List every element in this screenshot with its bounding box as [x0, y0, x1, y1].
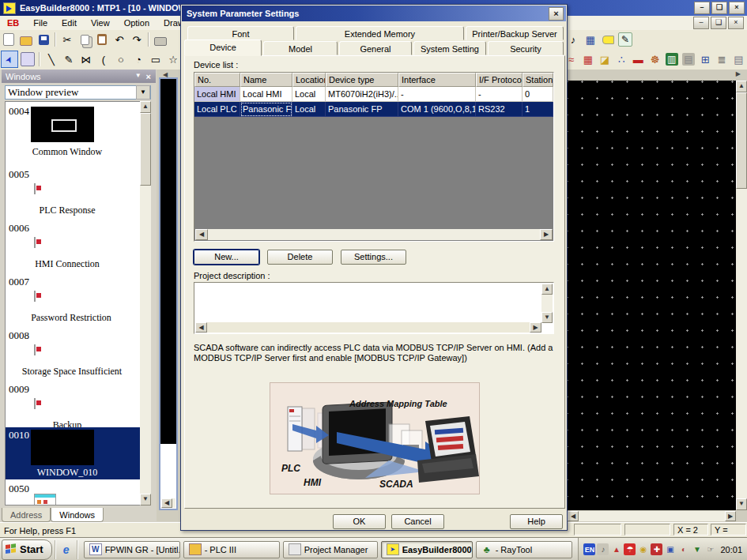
panel-dropdown-icon[interactable]: ▼: [135, 72, 141, 81]
task-project-manager[interactable]: Project Manager: [283, 541, 378, 558]
column-header[interactable]: Station n: [523, 73, 553, 87]
pie-tool-button[interactable]: ◔: [130, 51, 146, 67]
undo-button[interactable]: ↶: [111, 32, 127, 47]
list-item[interactable]: 0005 PLC Response: [6, 168, 140, 219]
cut-button[interactable]: ✂: [59, 32, 75, 47]
dialog-close-icon[interactable]: ×: [549, 7, 564, 21]
scroll-left-icon[interactable]: ◀: [568, 511, 579, 521]
save-button[interactable]: [36, 32, 51, 47]
disabled-object-button[interactable]: ▤: [681, 51, 696, 67]
clock[interactable]: 20:01: [720, 545, 742, 554]
scroll-up-icon[interactable]: ▲: [140, 101, 151, 113]
task-plc-iii[interactable]: - PLC III: [183, 541, 280, 558]
arc-tool-button[interactable]: (: [96, 51, 111, 67]
antivirus-umbrella-icon[interactable]: ☂: [624, 543, 636, 555]
doc-minimize-button[interactable]: –: [693, 17, 709, 29]
meter-display-button[interactable]: ☸: [647, 51, 662, 67]
sound-object-button[interactable]: ♪: [565, 32, 581, 47]
picture-object-button[interactable]: ◪: [597, 51, 612, 67]
data-sampling-button[interactable]: ▥: [664, 51, 679, 67]
list-item[interactable]: 0006 HMI Connection: [6, 222, 140, 272]
security-shield-icon[interactable]: ✚: [651, 543, 662, 555]
print-button[interactable]: [153, 32, 168, 47]
column-header[interactable]: Device type: [326, 73, 398, 87]
select-tool-button[interactable]: ➤: [1, 51, 18, 68]
scroll-thumb[interactable]: [140, 113, 151, 186]
list-item[interactable]: 0050: [6, 483, 140, 506]
column-header[interactable]: Interface: [398, 73, 476, 87]
editor-hscrollbar[interactable]: ◀ ▶: [568, 511, 736, 521]
tab-model[interactable]: Model: [263, 41, 338, 55]
doc-close-button[interactable]: ×: [728, 17, 744, 29]
scroll-right-icon[interactable]: ▶: [725, 511, 736, 521]
bar-graph-button[interactable]: ▬: [631, 51, 646, 67]
table-hscrollbar[interactable]: ◀ ▶: [195, 229, 553, 240]
display-tray-icon[interactable]: ▣: [664, 543, 676, 555]
tab-device[interactable]: Device: [184, 39, 262, 56]
tab-address[interactable]: Address: [2, 508, 51, 522]
menu-view[interactable]: View: [84, 17, 117, 29]
task-raytool[interactable]: ♣ - RayTool: [476, 541, 572, 558]
redo-button[interactable]: ↷: [129, 32, 145, 47]
tab-extended-memory[interactable]: Extended Memory: [296, 26, 464, 40]
doc-restore-button[interactable]: ❑: [711, 17, 726, 29]
open-file-button[interactable]: [18, 32, 34, 47]
scroll-up-icon[interactable]: ▲: [541, 284, 553, 295]
scroll-down-icon[interactable]: ▼: [541, 312, 553, 323]
freehand-tool-button[interactable]: ✎: [61, 51, 77, 67]
schedule-object-button[interactable]: ▦: [583, 32, 598, 47]
xy-plot-button[interactable]: ∴: [614, 51, 629, 67]
update-tray-icon[interactable]: ◐: [677, 543, 689, 555]
menu-option[interactable]: Option: [117, 17, 157, 29]
list-item-selected[interactable]: 0010 WINDOW_010: [6, 427, 140, 479]
panel-close-icon[interactable]: ×: [146, 72, 151, 81]
menu-file[interactable]: File: [26, 17, 55, 29]
column-header[interactable]: I/F Protocol: [476, 73, 523, 87]
maximize-button[interactable]: ❑: [711, 2, 727, 14]
tab-general[interactable]: General: [339, 41, 412, 55]
line-tool-button[interactable]: ╲: [43, 51, 59, 67]
scroll-right-icon[interactable]: ▶: [530, 322, 541, 333]
network-tray-icon[interactable]: ◉: [637, 543, 649, 555]
window-tool-button[interactable]: [20, 51, 36, 67]
list-item[interactable]: 0007 Password Restriction: [6, 276, 140, 326]
scroll-down-icon[interactable]: ▼: [140, 494, 151, 506]
polyline-tool-button[interactable]: ⋈: [78, 51, 94, 67]
scroll-thumb[interactable]: [736, 92, 747, 189]
column-header[interactable]: Location: [292, 73, 326, 87]
volume-muted-icon[interactable]: ♪: [597, 543, 609, 555]
column-header[interactable]: No.: [194, 73, 240, 87]
help-button[interactable]: Help: [510, 514, 563, 529]
column-header[interactable]: Name: [240, 73, 292, 87]
scroll-left-icon[interactable]: ◀: [161, 498, 172, 508]
list-item[interactable]: 0004 Common Window: [6, 105, 140, 163]
paste-button[interactable]: [94, 32, 110, 47]
quicklaunch-ie-button[interactable]: e: [59, 543, 74, 557]
data-transfer-button[interactable]: ≣: [715, 51, 730, 67]
polygon-tool-button[interactable]: ☆: [165, 51, 181, 67]
touchpad-tray-icon[interactable]: ☞: [704, 543, 716, 555]
scroll-right-icon[interactable]: ▶: [540, 229, 553, 240]
tab-printer-backup-server[interactable]: Printer/Backup Server: [466, 26, 564, 40]
graphics-tray-icon[interactable]: ▲: [610, 543, 622, 555]
history-table-button[interactable]: ▦: [580, 51, 595, 67]
ok-button[interactable]: OK: [333, 514, 386, 529]
delete-device-button[interactable]: Delete: [267, 250, 333, 265]
sync-tray-icon[interactable]: ▼: [691, 543, 703, 555]
editor-canvas[interactable]: [568, 81, 736, 510]
start-button[interactable]: Start: [2, 539, 52, 560]
sidebar-scrollbar[interactable]: ▲ ▼: [140, 101, 151, 506]
new-device-button[interactable]: New...: [194, 250, 259, 265]
device-settings-button[interactable]: Settings...: [341, 250, 406, 265]
minimize-button[interactable]: –: [694, 2, 710, 14]
task-easybuilder[interactable]: ➤ EasyBuilder8000 ...: [381, 541, 473, 558]
language-indicator[interactable]: EN: [583, 543, 595, 555]
copy-button[interactable]: [77, 32, 92, 47]
report-button[interactable]: ▤: [731, 51, 746, 67]
preview-mode-combobox[interactable]: Window preview ▼: [5, 85, 151, 100]
tab-font[interactable]: Font: [187, 26, 294, 40]
scroll-down-icon[interactable]: ▼: [736, 498, 747, 510]
menu-edit[interactable]: Edit: [55, 17, 84, 29]
table-row[interactable]: Local HMI Local HMI Local MT6070iH2(iH3)…: [194, 87, 553, 102]
rectangle-tool-button[interactable]: ▭: [148, 51, 164, 67]
